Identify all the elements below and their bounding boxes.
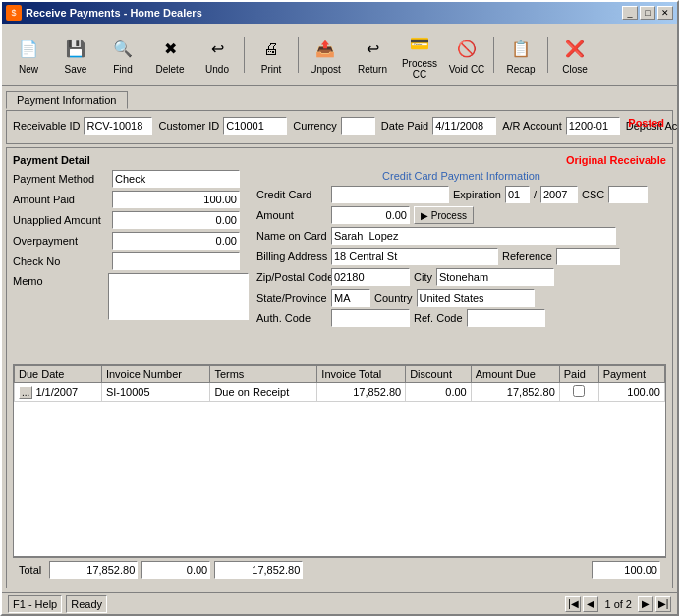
original-receivable-label: Original Receivable	[566, 154, 666, 166]
exp-year-field[interactable]	[540, 186, 578, 203]
cc-number-label: Credit Card	[256, 189, 327, 200]
row-expand-button[interactable]: ...	[19, 386, 32, 399]
payment-detail-header: Payment Detail Original Receivable	[13, 154, 666, 166]
city-field[interactable]	[436, 268, 554, 286]
delete-button[interactable]: ✖ Delete	[147, 32, 193, 78]
cc-number-field[interactable]	[331, 186, 449, 203]
voidcc-button[interactable]: 🚫 Void CC	[444, 32, 489, 78]
row-discount: 0.00	[406, 383, 472, 402]
currency-label: Currency	[293, 120, 337, 132]
payment-method-field[interactable]	[112, 170, 240, 188]
paid-checkbox[interactable]	[573, 385, 585, 397]
next-page-button[interactable]: ▶	[638, 596, 653, 612]
auth-field[interactable]	[331, 309, 410, 327]
reference-label: Reference	[502, 251, 552, 262]
payment-info-panel: Posted Receivable ID Customer ID Currenc…	[6, 110, 673, 144]
cc-header: Credit Card Payment Information	[256, 170, 666, 182]
reference-field[interactable]	[556, 248, 620, 265]
total-invoice-total	[49, 561, 138, 579]
ref-code-field[interactable]	[467, 309, 545, 327]
col-terms: Terms	[210, 366, 317, 383]
payment-detail-panel: Payment Detail Original Receivable Payme…	[6, 147, 673, 588]
return-button[interactable]: ↩ Return	[350, 32, 395, 78]
country-field[interactable]	[417, 289, 535, 307]
ref-code-label: Ref. Code	[414, 312, 463, 324]
undo-icon: ↩	[203, 35, 231, 63]
csc-label: CSC	[582, 189, 604, 200]
save-button[interactable]: 💾 Save	[53, 32, 98, 78]
save-icon: 💾	[62, 35, 89, 63]
name-on-card-field[interactable]	[331, 227, 616, 245]
minimize-button[interactable]: _	[622, 6, 638, 20]
process-button[interactable]: ▶ Process	[414, 206, 474, 224]
city-label: City	[414, 271, 432, 283]
voidcc-icon: 🚫	[453, 35, 481, 63]
ar-account-label: A/R Account	[502, 120, 562, 132]
first-page-button[interactable]: |◀	[565, 596, 581, 612]
state-field[interactable]	[331, 289, 370, 307]
cc-amount-row: Amount ▶ Process	[256, 206, 666, 224]
cc-amount-field[interactable]	[331, 206, 410, 224]
state-row: State/Province Country	[256, 289, 666, 307]
processcc-icon: 💳	[406, 29, 433, 57]
unpost-button[interactable]: 📤 Unpost	[303, 32, 348, 78]
page-indicator: 1 of 2	[604, 598, 632, 610]
payment-method-row: Payment Method	[13, 170, 249, 188]
print-button[interactable]: 🖨 Print	[249, 32, 294, 78]
row-paid-checkbox-cell	[559, 383, 598, 402]
billing-field[interactable]	[331, 248, 498, 265]
row-amount-due: 17,852.80	[471, 383, 559, 402]
separator-4	[547, 37, 548, 73]
payment-detail-label: Payment Detail	[13, 154, 90, 166]
processcc-button[interactable]: 💳 Process CC	[397, 27, 442, 83]
maximize-button[interactable]: □	[640, 6, 655, 20]
recap-button[interactable]: 📋 Recap	[498, 32, 543, 78]
row-terms: Due on Receipt	[210, 383, 317, 402]
recap-icon: 📋	[507, 35, 535, 63]
exp-month-field[interactable]	[505, 186, 530, 203]
unapplied-field[interactable]	[112, 211, 240, 229]
col-invoice-total: Invoice Total	[317, 366, 406, 383]
receivable-id-group: Receivable ID	[13, 117, 152, 135]
currency-group: Currency	[293, 117, 375, 135]
process-icon: ▶	[421, 210, 431, 221]
receivable-id-field[interactable]	[84, 117, 152, 135]
customer-id-label: Customer ID	[158, 120, 219, 132]
posted-label: Posted	[628, 117, 664, 129]
main-content: Payment Information Posted Receivable ID…	[2, 86, 677, 592]
customer-id-group: Customer ID	[158, 117, 287, 135]
separator-1	[244, 37, 245, 73]
zip-field[interactable]	[331, 268, 410, 286]
col-amount-due: Amount Due	[471, 366, 559, 383]
cc-number-row: Credit Card Expiration / CSC	[256, 186, 666, 203]
ar-account-field[interactable]	[566, 117, 620, 135]
close-button[interactable]: ✕	[657, 6, 673, 20]
amount-paid-field[interactable]	[112, 191, 240, 208]
col-paid: Paid	[559, 366, 598, 383]
csc-field[interactable]	[608, 186, 648, 203]
undo-button[interactable]: ↩ Undo	[195, 32, 240, 78]
memo-row: Memo	[13, 273, 249, 320]
table-row: ... 1/1/2007 SI-10005 Due on Receipt 17,…	[15, 383, 665, 402]
help-text: F1 - Help	[13, 598, 57, 610]
new-icon: 📄	[15, 35, 42, 63]
memo-field[interactable]	[108, 273, 249, 320]
customer-id-field[interactable]	[223, 117, 287, 135]
tab-payment-information[interactable]: Payment Information	[6, 91, 128, 109]
invoice-table: Due Date Invoice Number Terms Invoice To…	[14, 365, 665, 402]
currency-field[interactable]	[341, 117, 375, 135]
find-button[interactable]: 🔍 Find	[100, 32, 145, 78]
date-paid-field[interactable]	[432, 117, 496, 135]
country-label: Country	[374, 292, 413, 304]
last-page-button[interactable]: ▶|	[655, 596, 671, 612]
total-amount-due	[214, 561, 303, 579]
new-button[interactable]: 📄 New	[6, 32, 51, 78]
close-toolbar-button[interactable]: ❌ Close	[552, 32, 597, 78]
prev-page-button[interactable]: ◀	[583, 596, 598, 612]
table-header: Due Date Invoice Number Terms Invoice To…	[15, 366, 665, 383]
check-no-field[interactable]	[112, 252, 240, 270]
table-header-row: Due Date Invoice Number Terms Invoice To…	[15, 366, 665, 383]
overpayment-field[interactable]	[112, 232, 240, 250]
row-invoice-total: 17,852.80	[317, 383, 406, 402]
col-invoice-number: Invoice Number	[101, 366, 210, 383]
